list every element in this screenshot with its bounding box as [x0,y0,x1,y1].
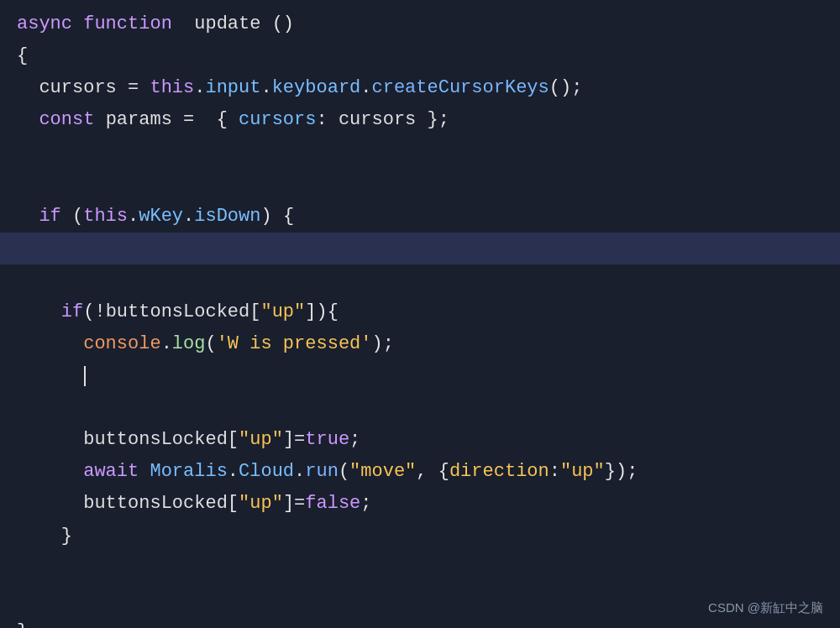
code-line-9 [0,264,840,296]
code-line-8 [0,233,840,264]
code-line-2: { [0,40,840,72]
code-line-11: console.log('W is pressed'); [0,328,840,360]
watermark: CSDN @新缸中之脑 [708,600,823,616]
code-line-17: } [0,521,840,552]
code-line-7: if (this.wKey.isDown) { [0,201,840,233]
code-line-4: const params = { cursors: cursors }; [0,104,840,136]
code-line-1: async function update () [0,8,840,40]
code-line-20: } [0,616,840,628]
code-line-5 [0,136,840,168]
code-editor: async function update () { cursors = thi… [0,0,840,628]
code-line-3: cursors = this.input.keyboard.createCurs… [0,72,840,104]
code-line-12 [0,360,840,392]
code-line-15: await Moralis.Cloud.run("move", {directi… [0,456,840,488]
code-line-13 [0,392,840,424]
code-line-14: buttonsLocked["up"]=true; [0,424,840,456]
code-line-6 [0,168,840,200]
code-line-10: if(!buttonsLocked["up"]){ [0,296,840,328]
code-line-18 [0,552,840,584]
code-line-16: buttonsLocked["up"]=false; [0,488,840,520]
